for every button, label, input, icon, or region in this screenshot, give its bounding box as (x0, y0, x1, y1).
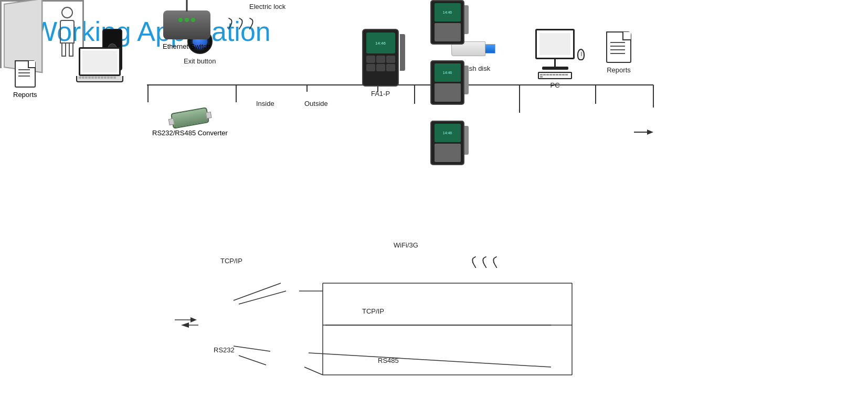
person-leg-left (61, 44, 66, 57)
fa1p-btn-1 (366, 56, 375, 63)
device-3-fingerprint (435, 144, 461, 162)
door-person-icon (60, 7, 75, 57)
pc-label: PC (550, 81, 559, 89)
reports-doc-icon (606, 31, 631, 63)
device-1-icon: 14:46 (430, 0, 464, 45)
device-1-side (464, 5, 469, 34)
svg-marker-24 (181, 322, 189, 328)
router-antenna (186, 0, 187, 12)
rs485-label: RS485 (378, 357, 399, 364)
device-2-block: 14:46 (430, 60, 464, 105)
reports-bottom-label: Reports (13, 91, 37, 99)
pc-stand (554, 59, 556, 67)
fa1p-btn-6 (386, 64, 395, 71)
reports-bottom-doc-icon (15, 60, 36, 88)
bottom-connections-svg (115, 233, 640, 420)
laptop-block (76, 47, 123, 82)
tcp-ip-top-label: TCP/IP (220, 257, 242, 265)
reports-bottom-block: Reports (13, 60, 37, 99)
fa1p-block: 14:46 FA1-P (362, 29, 399, 98)
doc-lines-sm (18, 69, 30, 77)
fa1p-btn-5 (376, 64, 385, 71)
ethernet-switch-icon (163, 10, 210, 39)
person-head (61, 7, 73, 18)
pc-mouse (577, 49, 585, 60)
svg-line-25 (239, 356, 266, 365)
svg-line-15 (309, 353, 551, 367)
pc-keyboard (538, 72, 572, 79)
svg-marker-17 (190, 317, 197, 322)
device-3-block: 14:46 (430, 121, 464, 165)
wifi-3g-label: WiFi/3G (394, 241, 418, 249)
rs232-rs485-converter-block: RS232/RS485 Converter (152, 110, 228, 137)
pc-monitor (535, 29, 575, 59)
device-2-screen: 14:46 (435, 63, 461, 82)
reports-top-label: Reports (607, 66, 631, 74)
wifi-waves-right-of-router (226, 18, 253, 29)
converter-connector-right (206, 112, 212, 119)
device-3-side (464, 126, 469, 155)
rs232-rs485-converter-label: RS232/RS485 Converter (152, 129, 228, 137)
device-2-fingerprint (435, 83, 461, 102)
fa1p-label: FA1-P (371, 90, 390, 98)
device-1-block: 14:46 (430, 0, 464, 45)
pc-base (542, 67, 568, 70)
converter-connector-left (168, 118, 175, 125)
electric-lock-label: Electric lock (249, 3, 285, 10)
device-2-side (464, 66, 469, 94)
svg-line-26 (304, 367, 323, 375)
rs232-rs485-converter-icon (171, 107, 209, 129)
fa1p-buttons (366, 56, 395, 71)
person-leg-right (69, 44, 73, 57)
pc-monitor-screen (539, 33, 570, 55)
inside-label: Inside (256, 100, 274, 107)
pc-icon (535, 29, 575, 79)
svg-line-28 (239, 291, 286, 304)
fa1p-icon: 14:46 (362, 29, 399, 87)
person-body (60, 20, 75, 44)
person-legs (61, 44, 73, 57)
device-3-screen: 14:46 (435, 124, 461, 142)
pc-block: PC (535, 29, 575, 89)
exit-button-label: Exit button (184, 57, 216, 65)
fa1p-btn-4 (366, 64, 375, 71)
laptop-icon (79, 47, 121, 76)
svg-line-12 (234, 283, 281, 300)
reports-top-block: Reports (606, 31, 631, 74)
fa1p-side (400, 34, 405, 71)
device-1-screen: 14:46 (435, 3, 461, 21)
fa1p-btn-2 (376, 56, 385, 63)
rs232-label: RS232 (214, 346, 235, 354)
ethernet-switch-label: Ethernet Switch (163, 42, 210, 50)
fa1p-screen: 14:46 (366, 33, 395, 53)
fa1p-btn-3 (386, 56, 395, 63)
svg-marker-11 (647, 130, 653, 135)
doc-lines (610, 42, 625, 54)
laptop-keyboard (76, 76, 123, 82)
wifi-waves-left-of-devices (472, 257, 500, 267)
tcp-ip-bottom-label: TCP/IP (362, 307, 384, 315)
laptop-screen (82, 51, 117, 72)
ethernet-switch-block: Ethernet Switch (163, 10, 210, 50)
router-lights (178, 18, 195, 22)
device-2-icon: 14:46 (430, 60, 464, 105)
flash-connector (485, 44, 495, 53)
device-1-fingerprint (435, 23, 461, 41)
device-3-icon: 14:46 (430, 121, 464, 165)
right-devices-group: 14:46 14:46 14:46 (430, 0, 464, 165)
outside-label: Outside (304, 100, 328, 107)
door-frame (0, 0, 84, 68)
svg-line-14 (234, 346, 270, 351)
